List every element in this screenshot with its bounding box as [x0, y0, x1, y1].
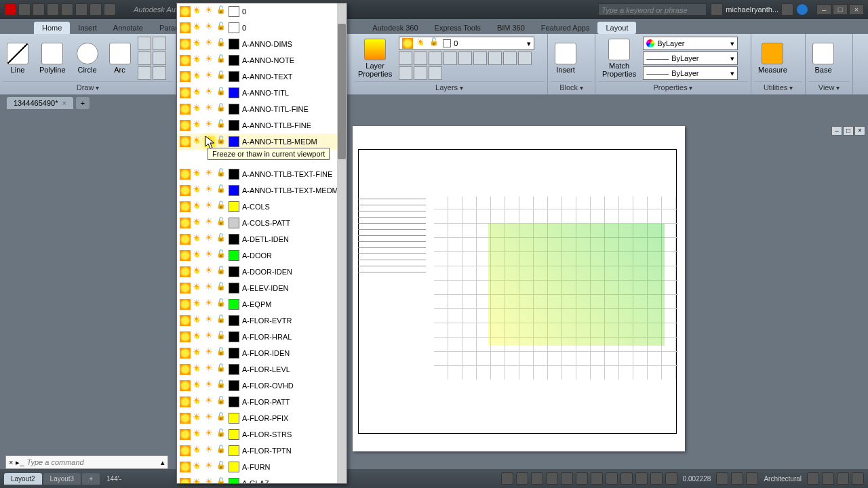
linetype-combo[interactable]: ———ByLayer▾ — [643, 66, 738, 80]
vp-freeze-icon[interactable] — [204, 55, 215, 66]
lock-icon[interactable] — [216, 380, 227, 391]
layout-tab-2[interactable]: Layout2 — [4, 473, 42, 485]
vp-freeze-icon[interactable] — [204, 120, 215, 131]
vp-freeze-icon[interactable] — [204, 6, 215, 17]
lock-icon[interactable] — [216, 22, 227, 33]
workspace-button[interactable] — [731, 472, 743, 485]
layer-tools[interactable] — [399, 52, 534, 80]
bulb-icon[interactable] — [180, 315, 191, 326]
layer-row[interactable]: A-FLOR-TPTN — [177, 443, 347, 459]
lock-icon[interactable] — [216, 299, 227, 310]
bulb-icon[interactable] — [180, 380, 191, 391]
lock-icon[interactable] — [216, 55, 227, 66]
freeze-icon[interactable] — [192, 22, 203, 33]
vp-freeze-icon[interactable] — [204, 445, 215, 456]
color-swatch[interactable] — [229, 136, 239, 147]
layer-row[interactable]: A-ANNO-TTLB-TEXT-MEDM — [177, 182, 347, 199]
color-swatch[interactable] — [229, 201, 239, 212]
vp-freeze-icon[interactable] — [204, 104, 215, 115]
lock-icon[interactable] — [216, 201, 227, 212]
tab-insert[interactable]: Insert — [70, 22, 105, 34]
layer-row[interactable]: 0 — [177, 20, 347, 36]
print-icon[interactable] — [75, 3, 87, 16]
vp-freeze-icon[interactable] — [204, 22, 215, 33]
lock-icon[interactable] — [216, 250, 227, 261]
bulb-icon[interactable] — [180, 413, 191, 424]
undo-icon[interactable] — [90, 3, 102, 16]
color-swatch[interactable] — [229, 429, 239, 440]
freeze-icon[interactable] — [192, 201, 203, 212]
color-swatch[interactable] — [229, 299, 239, 310]
vp-freeze-icon[interactable] — [204, 315, 215, 326]
tab-annotate[interactable]: Annotate — [105, 22, 151, 34]
color-swatch[interactable] — [229, 364, 239, 375]
layout-add-button[interactable]: + — [82, 473, 100, 485]
bulb-icon[interactable] — [180, 445, 191, 456]
bulb-icon[interactable] — [180, 87, 191, 98]
layer-row[interactable]: A-COLS-PATT — [177, 215, 347, 231]
close-tab-icon[interactable]: × — [62, 99, 66, 107]
lock-icon[interactable] — [216, 429, 227, 440]
panel-title-layers[interactable]: Layers ▾ — [354, 81, 545, 93]
maximize-button[interactable]: □ — [833, 4, 848, 15]
lock-icon[interactable] — [216, 104, 227, 115]
tab-express[interactable]: Express Tools — [427, 22, 489, 34]
color-combo[interactable]: ByLayer▾ — [643, 37, 738, 50]
bulb-icon[interactable] — [180, 169, 191, 180]
freeze-icon[interactable] — [192, 413, 203, 424]
lweight-toggle[interactable] — [606, 472, 618, 485]
tab-autodesk360[interactable]: Autodesk 360 — [364, 22, 426, 34]
polar-toggle[interactable] — [561, 472, 573, 485]
vp-freeze-icon[interactable] — [204, 331, 215, 342]
layer-row[interactable]: A-ANNO-TITL-FINE — [177, 101, 347, 117]
bulb-icon[interactable] — [180, 429, 191, 440]
bulb-icon[interactable] — [180, 136, 191, 147]
customize-button[interactable] — [852, 472, 864, 485]
model-button[interactable] — [501, 472, 513, 485]
lock-icon[interactable] — [216, 283, 227, 293]
command-line[interactable]: × ▸_ ▴ — [5, 455, 168, 469]
layer-row[interactable]: A-GLAZ — [177, 475, 347, 484]
minimize-button[interactable]: – — [816, 4, 831, 15]
layer-row[interactable]: A-FLOR-HRAL — [177, 329, 347, 345]
measure-button[interactable]: Measure — [754, 41, 791, 75]
freeze-icon[interactable] — [192, 136, 203, 147]
vp-freeze-icon[interactable] — [204, 364, 215, 375]
freeze-icon[interactable] — [192, 120, 203, 131]
ortho-toggle[interactable] — [546, 472, 558, 485]
lock-icon[interactable] — [216, 266, 227, 277]
circle-button[interactable]: Circle — [73, 41, 102, 75]
vp-freeze-icon[interactable] — [204, 169, 215, 180]
freeze-icon[interactable] — [192, 169, 203, 180]
signin-icon[interactable] — [711, 3, 723, 16]
freeze-icon[interactable] — [192, 71, 203, 82]
bulb-icon[interactable] — [180, 185, 191, 196]
lock-icon[interactable] — [216, 315, 227, 326]
layer-row[interactable]: A-FLOR-LEVL — [177, 361, 347, 378]
bulb-icon[interactable] — [180, 266, 191, 277]
otrack-toggle[interactable] — [591, 472, 603, 485]
bulb-icon[interactable] — [180, 331, 191, 342]
vp-freeze-icon[interactable] — [204, 478, 215, 484]
user-name[interactable]: michaelryanth... — [726, 5, 778, 14]
layer-row[interactable]: A-COLS — [177, 199, 347, 215]
snap-toggle[interactable] — [531, 472, 543, 485]
color-swatch[interactable] — [229, 445, 239, 456]
vp-freeze-icon[interactable] — [204, 380, 215, 391]
panel-title-utilities[interactable]: Utilities ▾ — [754, 81, 802, 93]
doc-close-button[interactable]: × — [854, 126, 865, 136]
qp-toggle[interactable] — [635, 472, 648, 485]
freeze-icon[interactable] — [192, 396, 203, 407]
draw-small-tools[interactable] — [138, 37, 173, 80]
polyline-button[interactable]: Polyline — [35, 41, 70, 75]
help-icon[interactable] — [796, 3, 808, 16]
color-swatch[interactable] — [229, 6, 239, 17]
color-swatch[interactable] — [229, 266, 239, 277]
lock-icon[interactable] — [216, 71, 227, 82]
freeze-icon[interactable] — [192, 87, 203, 98]
color-swatch[interactable] — [229, 169, 239, 180]
clean-screen-button[interactable] — [837, 472, 849, 485]
color-swatch[interactable] — [229, 87, 239, 98]
layer-row[interactable]: A-DETL-IDEN — [177, 231, 347, 247]
color-swatch[interactable] — [229, 348, 239, 359]
